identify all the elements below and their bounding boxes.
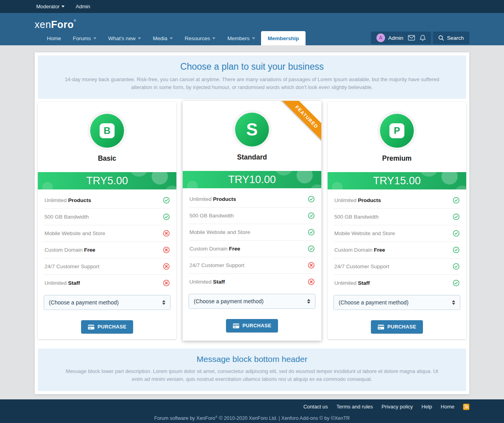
feature-row: Mobile Website and Store (44, 225, 170, 242)
footer-link-terms-and-rules[interactable]: Terms and rules (337, 404, 373, 410)
topbar-admin-link[interactable]: Admin (76, 4, 90, 9)
feature-row: Unlimited Products (44, 192, 170, 209)
cross-circle-icon (163, 230, 170, 237)
nav-item-members[interactable]: Members (221, 31, 261, 45)
chevron-down-icon (252, 37, 255, 39)
site-footer: Contact usTerms and rulesPrivacy policyH… (0, 399, 504, 423)
main-nav: Home Forums What's new Media Resources M… (0, 31, 504, 45)
feature-row: 24/7 Customer Support (44, 258, 170, 275)
nav-item-media[interactable]: Media (147, 31, 179, 45)
topbar-admin-label: Admin (76, 4, 90, 9)
cross-circle-icon (308, 262, 315, 269)
plan-icon: S (235, 113, 269, 147)
plan-card-basic: B Basic TRY5.00 Unlimited Products 500 G… (38, 102, 176, 339)
purchase-button[interactable]: PURCHASE (371, 320, 423, 334)
payment-method-select[interactable]: (Choose a payment method) (44, 295, 170, 310)
feature-row: 500 GB Bandwidth (189, 208, 315, 224)
payment-method-select[interactable]: (Choose a payment method) (189, 294, 315, 309)
logo-registered-mark: ® (74, 19, 76, 22)
account-link[interactable]: A Admin (376, 33, 403, 42)
credit-card-icon (378, 325, 384, 330)
check-circle-icon (308, 229, 315, 236)
feature-row: Unlimited Staff (189, 274, 315, 290)
message-top-title: Choose a plan to suit your business (61, 61, 443, 72)
nav-item-home[interactable]: Home (41, 31, 67, 45)
check-circle-icon (308, 245, 315, 252)
search-icon (438, 35, 444, 41)
feature-row: Unlimited Products (189, 191, 315, 208)
topbar-moderator-link[interactable]: Moderator (36, 4, 65, 9)
message-bottom-description: Message block lower part description. Lo… (61, 367, 443, 383)
check-circle-icon (453, 213, 460, 220)
footer-link-privacy-policy[interactable]: Privacy policy (382, 404, 413, 410)
plan-price: TRY10.00 (183, 171, 321, 188)
plan-icon: P (380, 114, 414, 148)
credit-card-icon (88, 325, 94, 330)
select-spinner-icon (162, 300, 165, 305)
purchase-button[interactable]: PURCHASE (226, 319, 278, 332)
purchase-button[interactable]: PURCHASE (81, 320, 133, 334)
rss-icon[interactable] (463, 404, 469, 410)
search-button[interactable]: Search (433, 32, 469, 44)
username-label: Admin (388, 35, 403, 41)
logo-bold: Foro (51, 19, 74, 30)
message-block-bottom: Message block bottom header Message bloc… (38, 349, 466, 391)
nav-item-what-s-new[interactable]: What's new (102, 31, 147, 45)
plan-card-standard: FEATURED S Standard TRY10.00 Unlimited P… (183, 101, 321, 341)
nav-item-resources[interactable]: Resources (179, 31, 222, 45)
plan-price: TRY5.00 (38, 172, 176, 189)
message-top-description: 14-day money back guarantee. Risk-free, … (61, 76, 443, 91)
message-bottom-title: Message block bottom header (61, 354, 443, 364)
site-header: xenForo® Home Forums What's new Media Re… (0, 13, 504, 45)
nav-item-membership[interactable]: Membership (261, 31, 306, 45)
inbox-button[interactable] (408, 35, 415, 41)
user-box: A Admin (371, 32, 431, 44)
plan-icon: B (90, 114, 124, 148)
cross-circle-icon (163, 247, 170, 253)
search-label: Search (447, 35, 464, 41)
feature-row: Unlimited Products (334, 192, 460, 209)
chevron-down-icon (93, 37, 96, 39)
check-circle-icon (308, 196, 315, 202)
site-logo[interactable]: xenForo® (35, 19, 76, 30)
chevron-down-icon (138, 37, 141, 39)
feature-list: Unlimited Products 500 GB Bandwidth Mobi… (38, 189, 176, 291)
footer-link-home[interactable]: Home (441, 404, 454, 410)
copyright-post: © 2010-2020 XenForo Ltd. | Xenforo Add-o… (217, 416, 350, 421)
page-content: Choose a plan to suit your business 14-d… (0, 45, 504, 394)
feature-row: Custom Domain Free (44, 242, 170, 258)
feature-row: Mobile Website and Store (334, 225, 460, 242)
footer-link-help[interactable]: Help (422, 404, 432, 410)
pricing-plans: B Basic TRY5.00 Unlimited Products 500 G… (38, 102, 466, 341)
footer-link-contact-us[interactable]: Contact us (303, 404, 328, 410)
check-circle-icon (308, 212, 315, 219)
plan-name: Basic (38, 154, 176, 163)
nav-item-forums[interactable]: Forums (67, 31, 102, 45)
feature-row: Custom Domain Free (334, 242, 460, 258)
check-circle-icon (163, 197, 170, 204)
alerts-button[interactable] (420, 35, 426, 41)
select-spinner-icon (307, 299, 310, 304)
feature-list: Unlimited Products 500 GB Bandwidth Mobi… (328, 189, 466, 291)
feature-row: Unlimited Staff (44, 275, 170, 291)
feature-list: Unlimited Products 500 GB Bandwidth Mobi… (183, 188, 321, 290)
payment-method-select[interactable]: (Choose a payment method) (334, 295, 460, 310)
select-spinner-icon (452, 300, 455, 305)
copyright-pre: Forum software by XenForo (154, 416, 215, 421)
check-circle-icon (453, 247, 460, 253)
plan-card-premium: P Premium TRY15.00 Unlimited Products 50… (328, 102, 466, 339)
footer-nav: Contact usTerms and rulesPrivacy policyH… (35, 404, 469, 410)
chevron-down-icon (170, 37, 173, 39)
check-circle-icon (163, 213, 170, 220)
bell-icon (420, 35, 426, 41)
feature-row: 500 GB Bandwidth (334, 209, 460, 225)
feature-row: 24/7 Customer Support (334, 258, 460, 275)
check-circle-icon (453, 230, 460, 237)
plan-price: TRY15.00 (328, 172, 466, 189)
cross-circle-icon (308, 278, 315, 285)
check-circle-icon (453, 280, 460, 286)
feature-row: Mobile Website and Store (189, 224, 315, 241)
feature-row: Custom Domain Free (189, 241, 315, 257)
cross-circle-icon (163, 263, 170, 270)
chevron-down-icon (212, 37, 215, 39)
